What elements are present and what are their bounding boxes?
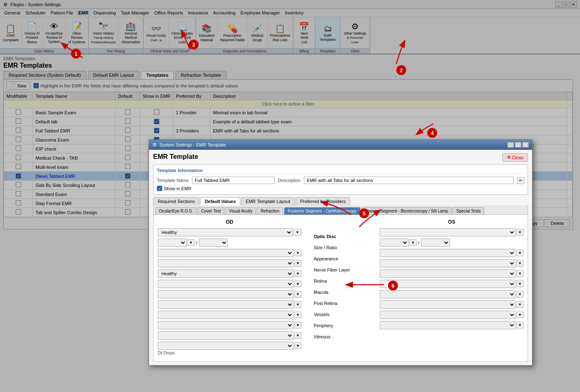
os-column: OS ▼ ▼ / — [380, 219, 523, 357]
labels-column: Optic Disc Size / Ratio Appearance Nerve… — [314, 219, 367, 357]
modal-restore-btn[interactable]: □ — [515, 142, 521, 148]
sub-tab-bar: Ocular/Eye R.O.S. Cover Test Visual Acui… — [153, 205, 528, 215]
od-dropdown-arrow7[interactable]: ▼ — [294, 291, 301, 298]
od-header: OD — [158, 219, 301, 225]
os-vitreous-select[interactable] — [380, 321, 516, 329]
od-dil-drops-select[interactable] — [158, 342, 294, 350]
od-dropdown-arrow9[interactable]: ▼ — [294, 312, 301, 318]
os-dropdown-arrow8[interactable]: ▼ — [516, 301, 523, 308]
os-macula-select[interactable] — [380, 280, 516, 288]
macula-label: Macula — [314, 286, 367, 298]
od-dropdown-arrow4[interactable]: ▼ — [294, 260, 301, 267]
os-dropdown-arrow5[interactable]: ▼ — [516, 270, 523, 277]
vitreous-label: Vitreous — [314, 331, 367, 342]
os-dropdown-arrow2[interactable]: ▼ — [410, 239, 417, 246]
os-header: OS — [380, 219, 523, 225]
modal-body: EMR Template ✕ Close Template Informatio… — [149, 150, 532, 365]
os-vessels-select[interactable] — [380, 300, 516, 309]
template-name-label: Template Name — [157, 178, 189, 183]
od-dropdown-arrow6[interactable]: ▼ — [294, 281, 301, 287]
os-optic-disc-select[interactable] — [380, 228, 516, 236]
template-info-box: Template Information Template Name Descr… — [153, 164, 528, 195]
od-dropdown-arrow8[interactable]: ▼ — [294, 301, 301, 308]
modal-title-text: System Settings - EMR Template — [159, 142, 226, 147]
modal-tab-default-values[interactable]: Default Values — [200, 197, 240, 205]
os-slash1: / — [417, 240, 420, 245]
os-dropdown-arrow10[interactable]: ▼ — [516, 322, 523, 328]
od-healthy2-select[interactable]: Healthy — [158, 269, 294, 278]
sub-tab-special-tests[interactable]: Special Tests — [452, 207, 484, 215]
annotation-5: 5 — [359, 208, 369, 218]
od-slash1: / — [195, 240, 198, 245]
modal-tab-bar: Required Sections Default Values EMR Tem… — [153, 197, 528, 205]
od-size-ratio-select2[interactable] — [199, 239, 228, 247]
modal-titlebar: ⚙ System Settings - EMR Template _ □ ✕ — [149, 140, 532, 150]
od-vessels-select[interactable] — [158, 311, 294, 319]
os-size-ratio-select2[interactable] — [421, 239, 450, 247]
os-dropdown-arrow7[interactable]: ▼ — [516, 291, 523, 298]
sub-tab-refraction[interactable]: Refraction — [257, 207, 283, 215]
annotation-6: 6 — [388, 281, 398, 290]
os-retina-select[interactable] — [380, 269, 516, 278]
nerve-fiber-layer-label: Nerve Fiber Layer — [314, 264, 367, 275]
close-icon: ✕ — [507, 155, 511, 160]
sub-tab-cover-test[interactable]: Cover Test — [197, 207, 225, 215]
modal-close-button[interactable]: ✕ Close — [502, 153, 528, 162]
post-retina-label: Post Retina — [314, 298, 367, 309]
modal-content-title: EMR Template — [153, 153, 198, 161]
os-size-ratio-select1[interactable] — [380, 239, 409, 247]
modal-minimize-btn[interactable]: _ — [507, 142, 514, 148]
od-dropdown-arrow10[interactable]: ▼ — [294, 322, 301, 328]
show-in-emr-label: Show in EMR — [164, 186, 192, 191]
od-macula-select[interactable] — [158, 290, 294, 298]
template-name-input[interactable] — [192, 177, 275, 184]
os-appearance-select[interactable] — [380, 249, 516, 257]
od-dropdown-arrow11[interactable]: ▼ — [294, 332, 301, 339]
annotation-2: 2 — [396, 65, 406, 75]
os-periphery-select[interactable] — [380, 311, 516, 319]
od-vitreous-select[interactable] — [158, 331, 294, 340]
os-dropdown-arrow4[interactable]: ▼ — [516, 260, 523, 267]
template-info-title: Template Information — [157, 168, 524, 174]
modal-tab-preferred-providers[interactable]: Preferred by Providers — [296, 197, 350, 205]
sub-tab-anterior-segment[interactable]: Anterior Segment - Biomicroscopy / Slit … — [361, 207, 452, 215]
sub-tab-ocular-ros[interactable]: Ocular/Eye R.O.S. — [155, 207, 196, 215]
od-healthy-select[interactable]: Healthy — [158, 228, 293, 236]
emr-form-content: OD Healthy ▼ ▼ / — [153, 215, 528, 362]
modal-tab-required-sections[interactable]: Required Sections — [153, 197, 199, 205]
od-dropdown-arrow2[interactable]: ▼ — [187, 239, 194, 246]
od-dropdown-arrow1[interactable]: ▼ — [294, 229, 301, 236]
od-post-retina-select[interactable] — [158, 300, 294, 309]
od-dropdown-arrow12[interactable]: ▼ — [294, 342, 301, 349]
dil-drops-label: Dil Drops — [158, 351, 301, 355]
od-periphery-select[interactable] — [158, 321, 294, 329]
od-size-ratio-select1[interactable] — [158, 239, 187, 247]
annotation-1: 1 — [71, 49, 81, 59]
vessels-label: Vessels — [314, 309, 367, 320]
od-column: OD Healthy ▼ ▼ / — [158, 219, 301, 357]
modal-tab-emr-layout[interactable]: EMR Template Layout — [241, 197, 295, 205]
os-dropdown-arrow9[interactable]: ▼ — [516, 312, 523, 318]
od-dropdown-arrow3[interactable]: ▼ — [294, 250, 301, 256]
periphery-label: Periphery — [314, 320, 367, 331]
os-dropdown-arrow1[interactable]: ▼ — [516, 229, 523, 236]
os-nerve-fiber-select[interactable] — [380, 259, 516, 267]
show-in-emr-checkbox[interactable]: ✓ — [157, 186, 162, 191]
os-post-retina-select[interactable] — [380, 290, 516, 298]
od-dropdown-arrow5[interactable]: ▼ — [294, 270, 301, 277]
sub-tab-visual-acuity[interactable]: Visual Acuity — [225, 207, 256, 215]
annotation-4: 4 — [427, 128, 437, 138]
description-label: Description — [278, 178, 301, 183]
annotation-3: 3 — [189, 40, 199, 50]
size-ratio-label: Size / Ratio — [314, 242, 367, 253]
retina-label: Retina — [314, 275, 367, 286]
os-dropdown-arrow6[interactable]: ▼ — [516, 281, 523, 287]
sub-tab-posterior-segment[interactable]: Posterior Segment - Ophthalmoscopy — [284, 207, 360, 215]
modal-close-btn[interactable]: ✕ — [522, 142, 529, 148]
od-retina-select[interactable] — [158, 280, 294, 288]
os-dropdown-arrow3[interactable]: ▼ — [516, 250, 523, 256]
od-appearance-select[interactable] — [158, 249, 294, 257]
od-nerve-fiber-select[interactable] — [158, 259, 294, 267]
description-input[interactable] — [304, 177, 514, 184]
description-edit-btn[interactable]: ✏ — [517, 177, 524, 184]
